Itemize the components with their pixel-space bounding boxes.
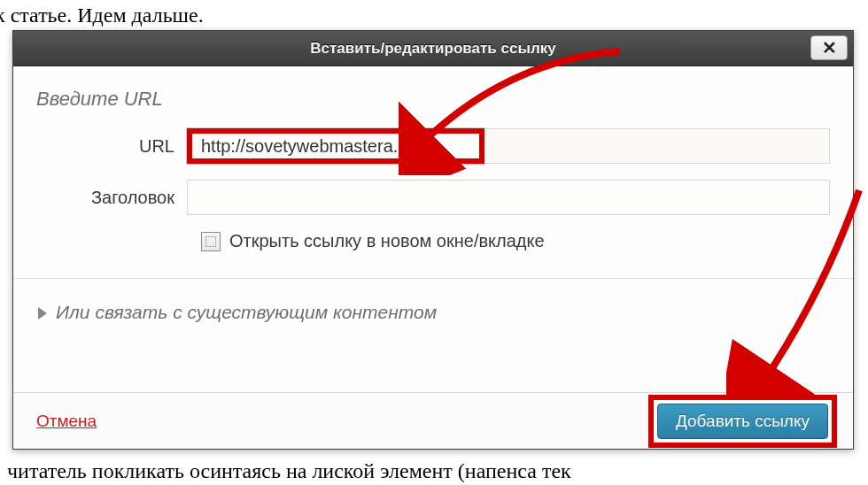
- url-row: URL: [36, 128, 830, 164]
- link-existing-label: Или связать с существующим контентом: [56, 302, 437, 322]
- cancel-link[interactable]: Отмена: [36, 412, 97, 431]
- title-input[interactable]: [187, 180, 830, 215]
- close-icon: ✕: [822, 37, 837, 58]
- close-button[interactable]: ✕: [810, 35, 848, 60]
- link-dialog: Вставить/редактировать ссылку ✕ Введите …: [12, 30, 854, 450]
- submit-highlight: Добавить ссылку: [648, 395, 837, 448]
- background-text-bottom: читатель покликать осинтаясь на лиской э…: [7, 459, 571, 483]
- title-row: Заголовок: [36, 180, 830, 215]
- url-input[interactable]: [187, 128, 484, 164]
- divider: [13, 278, 853, 279]
- new-tab-row: Открыть ссылку в новом окне/вкладке: [201, 231, 830, 251]
- section-heading: Введите URL: [36, 88, 830, 111]
- new-tab-label: Открыть ссылку в новом окне/вкладке: [229, 231, 545, 251]
- url-input-extension[interactable]: [484, 128, 830, 164]
- background-text-top: к статье. Идем дальше.: [0, 4, 204, 27]
- url-label: URL: [36, 136, 187, 157]
- new-tab-checkbox[interactable]: [201, 232, 221, 251]
- title-label: Заголовок: [36, 188, 187, 208]
- link-existing-toggle[interactable]: Или связать с существующим контентом: [36, 302, 830, 323]
- chevron-right-icon: [38, 307, 47, 319]
- dialog-title: Вставить/редактировать ссылку: [310, 40, 555, 58]
- dialog-footer: Отмена Добавить ссылку: [13, 392, 853, 449]
- add-link-button[interactable]: Добавить ссылку: [657, 404, 828, 439]
- dialog-titlebar: Вставить/редактировать ссылку ✕: [13, 31, 853, 66]
